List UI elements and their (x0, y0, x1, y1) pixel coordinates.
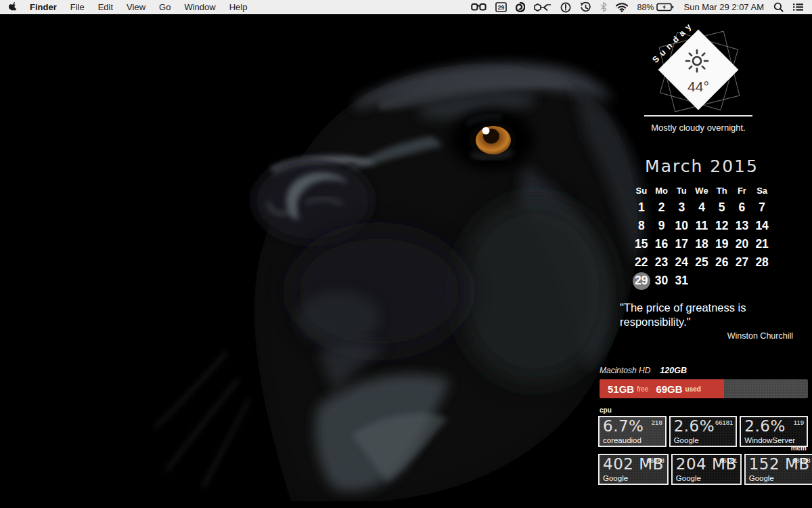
mem-widget: mem 402 MB 66888 Google 204 MB 66181 Goo… (598, 444, 808, 485)
menu-file[interactable]: File (64, 0, 91, 14)
mem-label: mem (600, 444, 807, 452)
calendar-weekday: We (692, 182, 712, 198)
mem-process-name: Google (676, 474, 701, 482)
calendar-weekday: Tu (671, 182, 692, 198)
calendar-day: 7 (752, 198, 772, 217)
menu-help[interactable]: Help (223, 0, 254, 14)
cpu-box-windowserver: 2.6% 119 WindowServer (740, 416, 808, 447)
calendar-day: 25 (692, 253, 712, 272)
calendar-weekday: Th (712, 182, 732, 198)
mem-box-3: 152 MB 68168 Google (744, 454, 812, 485)
calendar-menu-extra[interactable]: 29 (494, 0, 508, 14)
wifi-icon (616, 3, 628, 12)
weather-widget: Sunday 44° Mostly cloudy overnight. (643, 19, 754, 141)
disk-usage-bar: 51GB free 69GB used (600, 379, 808, 398)
apple-menu[interactable] (9, 0, 23, 14)
menu-app-name[interactable]: Finder (23, 0, 64, 14)
menu-bar-clock[interactable]: Sun Mar 29 2:07 AM (681, 0, 766, 14)
molecule-icon (534, 3, 551, 12)
calendar-grid: SuMoTuWeThFrSa12345678910111213141516171… (631, 182, 772, 290)
calendar-day: 23 (652, 253, 672, 272)
disk-widget: Macintosh HD 120GB 51GB free 69GB used (600, 366, 808, 398)
mem-box-2: 204 MB 66181 Google (671, 454, 742, 485)
calendar-day: 2 (652, 198, 672, 217)
calendar-day: 3 (671, 198, 692, 217)
swirl-icon (516, 2, 525, 12)
mem-pid: 68168 (792, 457, 810, 464)
bluetooth-icon (600, 2, 607, 12)
temperature: 44° (643, 79, 754, 95)
cpu-pid: 218 (652, 419, 662, 426)
quote-author: Winston Churchill (620, 331, 793, 341)
cpu-box-coreaudiod: 6.7% 218 coreaudiod (598, 416, 667, 447)
calendar-widget: March 2015 SuMoTuWeThFrSa123456789101112… (631, 156, 772, 290)
calendar-day: 16 (652, 235, 672, 253)
calendar-day: 31 (671, 272, 692, 290)
menu-go[interactable]: Go (152, 0, 177, 14)
time-machine-menu-extra[interactable] (579, 0, 593, 14)
calendar-weekday: Fr (732, 182, 752, 198)
battery-percent: 88% (637, 3, 654, 12)
swirl-menu-extra[interactable] (514, 0, 526, 14)
quote-widget: "The price of greatness is responsibilit… (620, 301, 793, 341)
wifi-menu-extra[interactable] (614, 0, 629, 14)
battery-charging-icon (656, 3, 674, 12)
notification-center-icon (792, 3, 804, 12)
spectacles-menu-extra[interactable] (470, 0, 488, 14)
mem-pid: 66181 (719, 457, 737, 464)
calendar-day: 18 (692, 235, 712, 253)
calendar-day: 11 (692, 217, 712, 235)
sun-icon (683, 47, 710, 75)
alert-menu-extra[interactable] (559, 0, 572, 14)
calendar-day: 12 (712, 217, 732, 235)
calendar-day: 14 (752, 217, 772, 235)
cpu-pid: 66181 (715, 419, 733, 426)
cpu-process-name: Google (674, 436, 699, 444)
calendar-day: 13 (732, 217, 752, 235)
menu-bar-status-area: 29 (470, 0, 812, 14)
bluetooth-menu-extra[interactable] (599, 0, 608, 14)
forecast-text: Mostly cloudy overnight. (629, 123, 767, 133)
calendar-day: 9 (652, 217, 672, 235)
calendar-date-icon: 29 (495, 2, 507, 12)
calendar-day: 6 (732, 198, 752, 217)
calendar-weekday: Mo (652, 182, 672, 198)
calendar-day: 4 (692, 198, 712, 217)
disk-bar-used: 51GB free 69GB used (600, 379, 724, 398)
calendar-day: 29 (631, 272, 652, 290)
quote-text: "The price of greatness is responsibilit… (620, 301, 777, 329)
spectacles-icon (471, 3, 487, 12)
menu-edit[interactable]: Edit (91, 0, 120, 14)
notification-center-menu-extra[interactable] (791, 0, 805, 14)
menu-bar: Finder File Edit View Go Window Help 29 (0, 0, 812, 14)
menu-view[interactable]: View (120, 0, 152, 14)
menu-window[interactable]: Window (177, 0, 222, 14)
calendar-day: 19 (712, 235, 732, 253)
disk-used-value: 69GB (656, 383, 682, 395)
disk-free-label: free (637, 385, 648, 393)
cpu-label: cpu (600, 406, 807, 414)
mem-box-1: 402 MB 66888 Google (598, 454, 669, 485)
calendar-day: 17 (671, 235, 692, 253)
molecule-menu-extra[interactable] (533, 0, 553, 14)
cpu-widget: cpu 6.7% 218 coreaudiod 2.6% 66181 Googl… (598, 406, 808, 447)
cpu-pid: 119 (794, 419, 804, 426)
disk-name: Macintosh HD (600, 366, 650, 375)
disk-header: Macintosh HD 120GB (600, 366, 808, 375)
calendar-title: March 2015 (631, 156, 772, 176)
calendar-weekday: Su (631, 182, 652, 198)
calendar-day: 10 (671, 217, 692, 235)
calendar-day: 22 (631, 253, 652, 272)
mem-process-name: Google (603, 474, 628, 482)
calendar-day: 24 (671, 253, 692, 272)
cpu-row: 6.7% 218 coreaudiod 2.6% 66181 Google 2.… (598, 416, 808, 447)
battery-menu-extra[interactable]: 88% (635, 0, 675, 14)
spotlight-menu-extra[interactable] (772, 0, 785, 14)
mem-pid: 66888 (646, 457, 664, 464)
calendar-day (712, 272, 732, 290)
svg-text:29: 29 (498, 4, 505, 11)
calendar-day: 27 (732, 253, 752, 272)
calendar-day (692, 272, 712, 290)
calendar-weekday: Sa (752, 182, 772, 198)
search-icon (773, 2, 784, 12)
